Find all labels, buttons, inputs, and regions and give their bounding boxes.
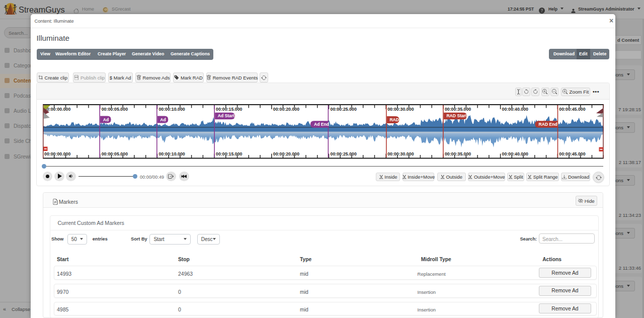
svg-text:00:00:30.000: 00:00:30.000: [387, 151, 414, 156]
svg-text:00:00:45.000: 00:00:45.000: [559, 107, 585, 112]
svg-text:00:00:20.000: 00:00:20.000: [273, 107, 299, 112]
svg-text:00:00:20.000: 00:00:20.000: [273, 151, 299, 156]
svg-text:Ad: Ad: [160, 117, 166, 122]
svg-text:00:00:35.000: 00:00:35.000: [445, 107, 471, 112]
svg-text:RAD End: RAD End: [539, 122, 557, 127]
svg-text:00:00:45.000: 00:00:45.000: [559, 151, 585, 156]
svg-text:00:00:15.000: 00:00:15.000: [216, 151, 242, 156]
svg-text:RAD Start: RAD Start: [446, 114, 467, 119]
svg-text:00:00:10.000: 00:00:10.000: [158, 151, 185, 156]
svg-text:00:00:40.000: 00:00:40.000: [502, 107, 528, 112]
svg-text:RAD: RAD: [389, 117, 399, 122]
svg-text:00:00:30.000: 00:00:30.000: [387, 107, 414, 112]
svg-text:Ad End: Ad End: [314, 122, 329, 127]
svg-text:00:00:15.000: 00:00:15.000: [216, 107, 242, 112]
svg-text:00:00:05.000: 00:00:05.000: [102, 151, 128, 156]
svg-text:Ad Start: Ad Start: [218, 114, 235, 119]
svg-text:00:00:35.000: 00:00:35.000: [445, 151, 471, 156]
svg-text:00:00:00.000: 00:00:00.000: [44, 107, 70, 112]
svg-text:00:00:40.000: 00:00:40.000: [502, 151, 528, 156]
svg-text:00:00:25.000: 00:00:25.000: [331, 107, 357, 112]
svg-text:00:00:25.000: 00:00:25.000: [331, 151, 357, 156]
svg-text:00:00:10.000: 00:00:10.000: [158, 107, 185, 112]
svg-text:00:00:00.000: 00:00:00.000: [44, 151, 70, 156]
svg-text:Ad: Ad: [103, 117, 109, 122]
svg-text:00:00:05.000: 00:00:05.000: [102, 107, 128, 112]
